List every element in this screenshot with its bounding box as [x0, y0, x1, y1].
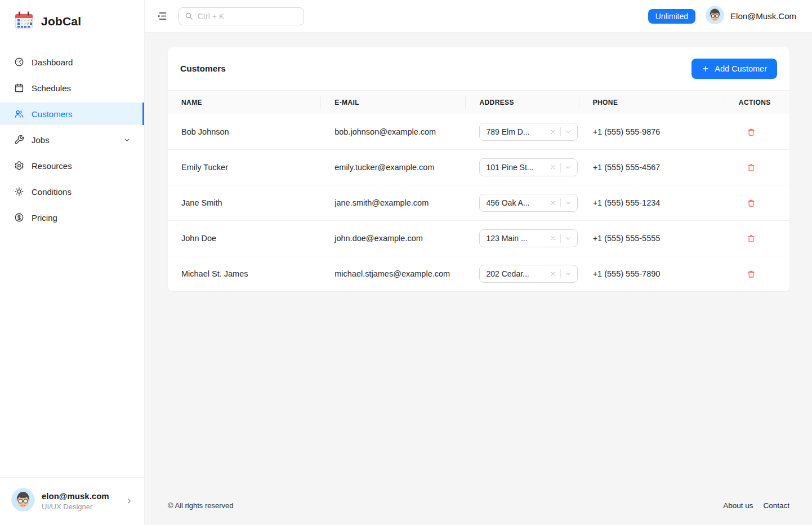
clear-icon[interactable]: [550, 199, 556, 206]
customer-phone: +1 (555) 555-4567: [579, 150, 725, 185]
table-row: John Doe john.doe@example.com 123 Main .…: [168, 221, 789, 256]
chevron-right-icon[interactable]: [126, 497, 133, 505]
chevron-down-icon[interactable]: [565, 199, 572, 206]
page-footer: © All rights reserved About us Contact: [168, 501, 789, 525]
search-box[interactable]: [179, 7, 304, 25]
address-select[interactable]: 202 Cedar...: [479, 265, 578, 283]
sidebar-item-dashboard[interactable]: Dashboard: [0, 51, 144, 73]
svg-text:✓: ✓: [21, 22, 24, 25]
avatar: [706, 6, 724, 26]
address-select[interactable]: 123 Main ...: [479, 229, 578, 247]
sidebar-menu: Dashboard Schedules: [0, 51, 144, 232]
address-value: 456 Oak A...: [486, 198, 546, 207]
customer-email: bob.johnson@example.com: [321, 114, 466, 150]
sidebar: ✓✓ ✓✗ ✓✓ ✗ JobCal: [0, 0, 145, 525]
table-row: Bob Johnson bob.johnson@example.com 789 …: [168, 114, 789, 150]
clear-icon[interactable]: [550, 164, 556, 171]
app-title: JobCal: [41, 15, 81, 28]
app-logo: ✓✓ ✓✗ ✓✓ ✗ JobCal: [0, 0, 144, 35]
sidebar-item-customers[interactable]: Customers: [0, 103, 144, 125]
customer-address-cell: 456 Oak A...: [466, 185, 579, 221]
app-root: ✓✓ ✓✗ ✓✓ ✗ JobCal: [0, 0, 812, 525]
table-row: Michael St. James michael.stjames@exampl…: [168, 256, 789, 292]
delete-customer-button[interactable]: [746, 197, 757, 209]
content-area: Customers Add Customer NA: [145, 33, 812, 525]
team-icon: [14, 109, 24, 119]
chevron-down-icon[interactable]: [565, 235, 572, 242]
clear-icon[interactable]: [550, 235, 556, 242]
sidebar-item-label: Dashboard: [32, 57, 73, 67]
customers-table: NAME E-MAIL ADDRESS PHONE ACTIONS Bob Jo…: [168, 91, 789, 291]
column-header-name: NAME: [168, 91, 321, 114]
address-select[interactable]: 789 Elm D...: [479, 123, 578, 141]
address-select[interactable]: 456 Oak A...: [479, 194, 578, 212]
customer-email: emily.tucker@example.com: [321, 150, 466, 185]
calendar-logo-icon: ✓✓ ✓✗ ✓✓ ✗: [14, 11, 34, 32]
customer-email: john.doe@example.com: [321, 221, 466, 256]
menu-fold-icon[interactable]: [155, 10, 168, 23]
select-divider: [560, 127, 561, 136]
table-header: NAME E-MAIL ADDRESS PHONE ACTIONS: [168, 91, 789, 114]
column-header-actions: ACTIONS: [725, 91, 789, 114]
topbar: Unlimited: [145, 0, 812, 33]
select-divider: [560, 234, 561, 243]
address-select[interactable]: 101 Pine St...: [479, 158, 578, 176]
customer-name: Michael St. James: [168, 256, 321, 292]
footer-link-about[interactable]: About us: [723, 501, 753, 510]
delete-customer-button[interactable]: [746, 268, 757, 280]
sidebar-item-label: Pricing: [32, 213, 57, 223]
footer-link-contact[interactable]: Contact: [763, 501, 789, 510]
customer-phone: +1 (555) 555-1234: [579, 185, 725, 221]
sidebar-item-pricing[interactable]: Pricing: [0, 206, 144, 229]
profile-texts: elon@musk.com UI/UX Designer: [42, 491, 109, 511]
clear-icon[interactable]: [550, 270, 556, 277]
search-input[interactable]: [198, 12, 300, 21]
actions-cell: [725, 256, 789, 292]
svg-text:✗: ✗: [30, 19, 33, 22]
add-customer-button[interactable]: Add Customer: [691, 59, 777, 79]
select-divider: [560, 198, 561, 207]
clear-icon[interactable]: [550, 128, 556, 135]
dashboard-icon: [14, 57, 24, 67]
svg-text:✗: ✗: [27, 22, 30, 25]
profile-email: elon@musk.com: [42, 491, 109, 501]
table-row: Emily Tucker emily.tucker@example.com 10…: [168, 150, 789, 185]
delete-customer-button[interactable]: [746, 233, 757, 244]
customer-address-cell: 101 Pine St...: [466, 150, 579, 185]
customer-name: John Doe: [168, 221, 321, 256]
actions-cell: [725, 185, 789, 221]
address-value: 789 Elm D...: [486, 127, 546, 136]
delete-customer-button[interactable]: [746, 126, 757, 138]
sidebar-item-resources[interactable]: Resources: [0, 154, 144, 177]
chevron-down-icon[interactable]: [565, 270, 572, 277]
sidebar-item-jobs[interactable]: Jobs: [0, 128, 144, 151]
plan-badge[interactable]: Unlimited: [648, 9, 695, 24]
search-icon: [185, 12, 193, 20]
delete-customer-button[interactable]: [746, 162, 757, 173]
add-customer-label: Add Customer: [715, 64, 767, 73]
chevron-down-icon[interactable]: [565, 128, 572, 135]
chevron-down-icon[interactable]: [565, 164, 572, 171]
actions-cell: [725, 221, 789, 256]
select-divider: [560, 163, 561, 172]
avatar: [11, 488, 35, 514]
customer-phone: +1 (555) 555-9876: [579, 114, 725, 150]
customer-address-cell: 123 Main ...: [466, 221, 579, 256]
customer-address-cell: 789 Elm D...: [466, 114, 579, 150]
dollar-icon: [14, 212, 24, 223]
topbar-user[interactable]: Elon@Musk.Com: [706, 6, 796, 26]
select-divider: [560, 269, 561, 278]
column-header-phone: PHONE: [579, 91, 725, 114]
customer-name: Bob Johnson: [168, 114, 321, 150]
customer-email: michael.stjames@example.com: [321, 256, 466, 292]
table-row: Jane Smith jane.smith@example.com 456 Oa…: [168, 185, 789, 221]
chevron-down-icon[interactable]: [123, 136, 131, 144]
sidebar-item-conditions[interactable]: Conditions: [0, 180, 144, 203]
sidebar-item-label: Schedules: [32, 83, 71, 93]
sidebar-item-schedules[interactable]: Schedules: [0, 77, 144, 99]
calendar-icon: [14, 83, 24, 93]
profile-role: UI/UX Designer: [42, 502, 109, 511]
sidebar-profile[interactable]: elon@musk.com UI/UX Designer: [0, 477, 144, 525]
actions-cell: [725, 150, 789, 185]
user-display-name: Elon@Musk.Com: [730, 11, 796, 21]
